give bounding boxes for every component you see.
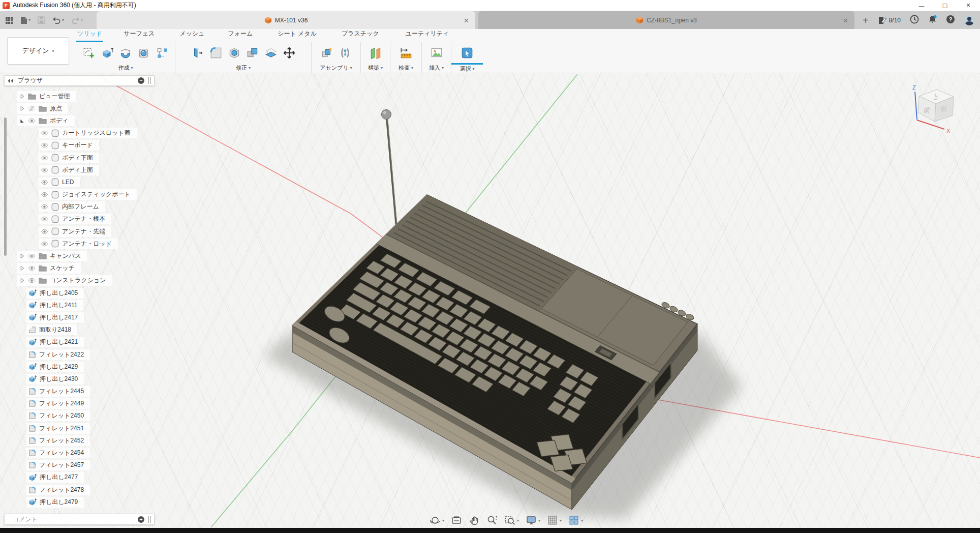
visibility-eye-icon[interactable] <box>28 264 36 272</box>
browser-item-fillet[interactable]: フィレット2449 <box>4 398 157 410</box>
browser-item-fillet[interactable]: フィレット2454 <box>4 447 157 459</box>
browser-item-extrude[interactable]: 押し出し2417 <box>4 311 157 323</box>
browser-item-fillet[interactable]: フィレット2422 <box>4 348 157 361</box>
browser-item-fillet[interactable]: フィレット2457 <box>4 459 157 471</box>
viewports-button[interactable]: ▾ <box>568 515 583 526</box>
comment-bar[interactable]: コメント + <box>4 514 155 525</box>
visibility-eye-icon[interactable] <box>41 166 48 174</box>
browser-item-folder[interactable]: スケッチ <box>4 262 157 275</box>
document-tab-active[interactable]: MX-101 v36 ✕ <box>97 11 475 29</box>
extension-manager-button[interactable] <box>910 15 919 26</box>
tab-close-icon[interactable]: ✕ <box>464 16 469 24</box>
browser-item-fillet[interactable]: フィレット2452 <box>4 434 157 447</box>
look-at-button[interactable] <box>451 515 462 526</box>
zoom-button[interactable] <box>486 515 498 526</box>
group-construct-dropdown[interactable]: 構築▾ <box>361 63 390 73</box>
browser-item-body[interactable]: LED <box>4 176 157 188</box>
panel-drag-handle[interactable] <box>148 77 151 84</box>
extrude-button[interactable] <box>98 43 116 63</box>
tab-mesh[interactable]: メッシュ <box>178 27 205 42</box>
view-cube[interactable]: Z X 上 前 右 <box>908 76 969 137</box>
offset-face-button[interactable] <box>262 43 280 63</box>
shell-button[interactable] <box>225 43 243 63</box>
browser-item-fillet[interactable]: フィレット2450 <box>4 410 157 422</box>
browser-item-body[interactable]: アンテナ・先端 <box>4 225 157 238</box>
browser-item-body[interactable]: 内部フレーム <box>4 201 157 213</box>
browser-item-body[interactable]: キーボード <box>4 139 157 152</box>
collapse-arrow-icon[interactable] <box>19 118 25 124</box>
app-menu-button[interactable] <box>5 16 13 24</box>
visibility-eye-off-icon[interactable] <box>28 105 36 112</box>
save-button[interactable] <box>38 16 45 24</box>
visibility-eye-icon[interactable] <box>41 191 48 198</box>
tab-close-icon[interactable]: ✕ <box>843 16 848 24</box>
browser-item-fillet[interactable]: フィレット2451 <box>4 422 157 434</box>
browser-item-body[interactable]: アンテナ・ロッド <box>4 238 157 250</box>
visibility-eye-icon[interactable] <box>41 215 48 223</box>
tab-utility[interactable]: ユーティリティ <box>405 27 450 42</box>
tab-surface[interactable]: サーフェス <box>122 27 156 42</box>
add-comment-icon[interactable]: + <box>138 516 144 523</box>
new-tab-button[interactable]: + <box>863 15 869 25</box>
browser-item-extrude[interactable]: 押し出し2479 <box>4 496 157 508</box>
visibility-eye-icon[interactable] <box>28 117 36 125</box>
tab-plastic[interactable]: プラスチック <box>341 27 380 42</box>
expand-arrow-icon[interactable] <box>19 265 25 271</box>
browser-item-body[interactable]: ボディ上面 <box>4 164 157 176</box>
expand-arrow-icon[interactable] <box>19 253 25 259</box>
pattern-button[interactable] <box>153 43 171 63</box>
create-sketch-button[interactable] <box>80 43 98 63</box>
expand-arrow-icon[interactable] <box>19 94 25 99</box>
group-inspect-dropdown[interactable]: 検査▾ <box>390 63 421 73</box>
browser-item-fillet[interactable]: フィレット2478 <box>4 484 157 496</box>
browser-item-fillet[interactable]: フィレット2445 <box>4 386 157 398</box>
group-modify-dropdown[interactable]: 修正▾ <box>175 63 311 73</box>
tab-sheetmetal[interactable]: シート メタル <box>277 27 318 42</box>
browser-item-body[interactable]: ジョイスティックポート <box>4 189 157 201</box>
orbit-button[interactable]: ▾ <box>430 515 444 526</box>
workspace-selector[interactable]: デザイン▾ <box>7 37 69 65</box>
browser-item-extrude[interactable]: 押し出し2429 <box>4 361 157 373</box>
file-menu-button[interactable]: ▾ <box>20 16 30 24</box>
undo-button[interactable]: ▾ <box>52 16 64 24</box>
visibility-eye-icon[interactable] <box>28 277 36 284</box>
fillet-button[interactable] <box>207 43 225 63</box>
tab-form[interactable]: フォーム <box>227 27 254 42</box>
group-select-dropdown[interactable]: 選択▾ <box>451 63 483 73</box>
collapse-panel-icon[interactable] <box>8 78 14 83</box>
close-button[interactable]: ✕ <box>957 0 980 11</box>
browser-item-folder[interactable]: 原点 <box>4 102 157 114</box>
group-assemble-dropdown[interactable]: アセンブリ▾ <box>312 63 360 73</box>
pan-button[interactable] <box>469 515 480 526</box>
maximize-button[interactable]: ▢ <box>933 0 957 11</box>
browser-item-folder[interactable]: ボディ <box>4 114 157 127</box>
visibility-eye-icon[interactable] <box>41 203 48 211</box>
browser-item-folder[interactable]: キャンバス <box>4 250 157 262</box>
browser-item-extrude[interactable]: 押し出し2430 <box>4 373 157 385</box>
window-zoom-button[interactable]: ▾ <box>504 515 519 526</box>
visibility-eye-icon[interactable] <box>41 179 48 186</box>
joint-button[interactable] <box>336 43 354 63</box>
move-button[interactable] <box>280 43 298 63</box>
remove-panel-icon[interactable]: − <box>138 77 144 84</box>
construction-plane-button[interactable] <box>366 43 385 63</box>
visibility-eye-icon[interactable] <box>28 252 36 260</box>
insert-canvas-button[interactable] <box>427 43 446 63</box>
browser-scrollbar[interactable] <box>4 117 7 256</box>
combine-button[interactable] <box>243 43 262 63</box>
browser-item-extrude[interactable]: 押し出し2411 <box>4 299 157 311</box>
measure-button[interactable] <box>397 43 415 63</box>
browser-item-extrude[interactable]: 押し出し2405 <box>4 287 157 299</box>
browser-item-body[interactable]: カートリッジスロット蓋 <box>4 127 157 139</box>
browser-item-body[interactable]: アンテナ・根本 <box>4 213 157 225</box>
visibility-eye-icon[interactable] <box>41 129 48 137</box>
group-insert-dropdown[interactable]: 挿入▾ <box>422 63 451 73</box>
document-tab-inactive[interactable]: CZ-8BS1_open v3 ✕ <box>478 11 854 29</box>
browser-item-body[interactable]: ボディ下面 <box>4 152 157 164</box>
visibility-eye-icon[interactable] <box>41 240 48 248</box>
visibility-eye-icon[interactable] <box>41 154 48 162</box>
browser-item-folder[interactable]: コンストラクション <box>4 275 157 287</box>
grid-settings-button[interactable]: ▾ <box>547 515 562 526</box>
group-create-dropdown[interactable]: 作成▾ <box>76 63 175 73</box>
revolve-button[interactable] <box>116 43 135 63</box>
